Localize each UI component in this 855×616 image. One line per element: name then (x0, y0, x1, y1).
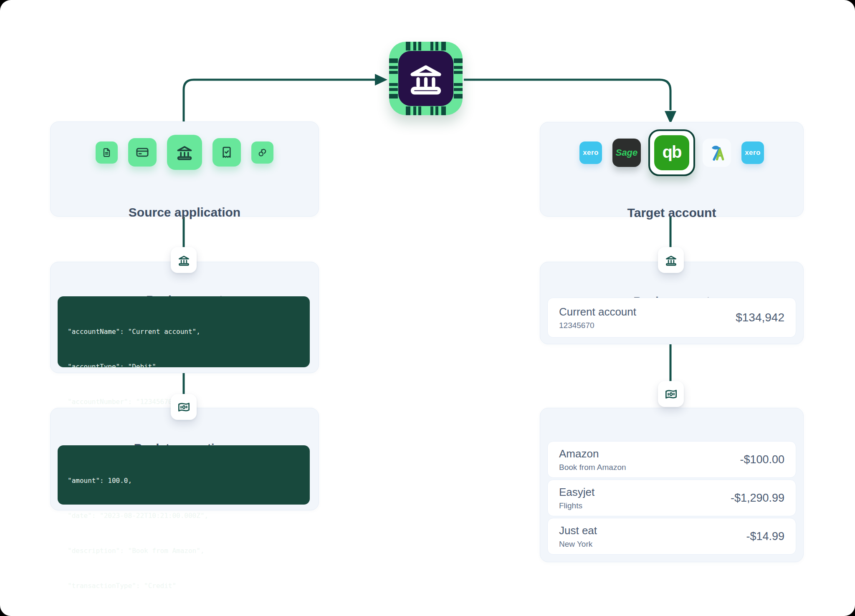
bank-chip-icon (389, 42, 463, 115)
account-number: 12345670 (559, 321, 636, 330)
bank-badge-icon (171, 247, 197, 273)
chip-pin-stripe (418, 42, 421, 50)
xero-logo: xero (583, 149, 599, 157)
arrow-hub-to-target (464, 80, 670, 110)
bank-account-json: "accountName": "Current account", "accou… (58, 296, 310, 367)
chip-pin-stripe (435, 42, 438, 50)
code-line: "amount": 100.0, (68, 475, 310, 487)
chip-pin-stripe (418, 106, 421, 115)
app-tile-freeagent[interactable] (703, 139, 731, 167)
merchant-name: Amazon (559, 447, 626, 460)
sage-logo: Sage (616, 147, 638, 158)
transaction-amount: -$1,290.99 (731, 492, 784, 505)
banknote-badge-icon (658, 381, 684, 407)
transactions-list: Amazon Book from Amazon -$100.00 Easyjet… (547, 441, 796, 555)
target-bank-account-card: Bank account Current account 12345670 $1… (540, 262, 804, 344)
chip-pin-stripe (441, 106, 446, 115)
transaction-row: Amazon Book from Amazon -$100.00 (547, 441, 796, 478)
chip-pin-stripe (454, 88, 463, 91)
chip-pin-stripe (413, 42, 416, 50)
chip-pin-stripe (389, 71, 398, 74)
app-tile-xero[interactable]: xero (579, 141, 602, 164)
chip-pin-stripe (454, 66, 463, 69)
chip-pin-stripe (413, 106, 416, 115)
source-card-title: Source application (51, 205, 319, 220)
transaction-description: Book from Amazon (559, 463, 626, 472)
chip-pin-stripe (406, 42, 410, 50)
chip-pin-stripe (406, 106, 410, 115)
banknote-badge-icon (171, 394, 197, 420)
app-tile-xero-2[interactable]: xero (741, 141, 764, 164)
freeagent-logo (708, 144, 726, 162)
chip-pin-stripe (389, 58, 398, 63)
bank-icon (398, 51, 453, 106)
bank-badge-icon (658, 247, 684, 273)
code-line: "accountName": "Current account", (68, 326, 310, 338)
quickbooks-logo: qb (654, 135, 689, 170)
arrow-source-to-hub (184, 80, 375, 122)
code-line: "date": "2023-08-22T10:21:00.000Z", (68, 510, 310, 522)
merchant-name: Just eat (559, 524, 597, 537)
account-balance: $134,942 (736, 311, 784, 324)
chip-pin-stripe (430, 106, 433, 115)
receipt-check-icon[interactable] (212, 138, 241, 167)
chip-pin-stripe (441, 42, 446, 50)
app-tile-sage[interactable]: Sage (612, 139, 641, 167)
chip-pin-stripe (454, 94, 463, 98)
source-bank-account-card: Bank account "accountName": "Current acc… (50, 262, 319, 373)
integration-flow-diagram: Source application xero Sage qb (0, 0, 855, 616)
bank-transactions-json: "amount": 100.0, "date": "2023-08-22T10:… (58, 445, 310, 505)
merchant-name: Easyjet (559, 486, 594, 499)
chip-pin-stripe (454, 58, 463, 63)
chip-pin-stripe (454, 83, 463, 86)
chip-pin-stripe (435, 106, 438, 115)
code-line: "transactionType": "Credit" (68, 580, 310, 592)
chip-pin-stripe (389, 83, 398, 86)
app-tile-quickbooks-selected[interactable]: qb (648, 129, 695, 176)
target-apps-row: xero Sage qb xero (540, 129, 803, 176)
chip-pin-stripe (389, 66, 398, 69)
source-application-card: Source application (50, 121, 319, 217)
code-line: "accountType": "Debit", (68, 361, 310, 373)
transaction-amount: -$14.99 (746, 530, 784, 543)
transaction-description: New York (559, 540, 597, 549)
chip-pin-stripe (389, 94, 398, 98)
target-account-card: xero Sage qb xero Targ (540, 122, 804, 217)
xero-logo: xero (745, 149, 761, 157)
chip-pin-stripe (430, 42, 433, 50)
source-bank-transactions-card: Bank transactions "amount": 100.0, "date… (50, 408, 319, 510)
transaction-amount: -$100.00 (740, 453, 784, 466)
account-summary-row: Current account 12345670 $134,942 (547, 298, 796, 338)
arrowhead-right-icon (375, 74, 387, 86)
target-bank-transactions-card: Bank transactions Amazon Book from Amazo… (540, 408, 804, 562)
sync-icon[interactable] (251, 141, 273, 164)
target-card-title: Target account (540, 205, 803, 220)
code-line: "description": "Book from Amazon", (68, 545, 310, 557)
transaction-description: Flights (559, 501, 594, 510)
account-name: Current account (559, 305, 636, 318)
file-text-icon[interactable] (96, 141, 118, 164)
source-icons-row (51, 135, 319, 170)
transaction-row: Easyjet Flights -$1,290.99 (547, 480, 796, 516)
transaction-row: Just eat New York -$14.99 (547, 518, 796, 555)
chip-pin-stripe (454, 71, 463, 74)
chip-pin-stripe (389, 88, 398, 91)
credit-card-icon[interactable] (128, 138, 157, 167)
bank-icon[interactable] (167, 135, 202, 170)
